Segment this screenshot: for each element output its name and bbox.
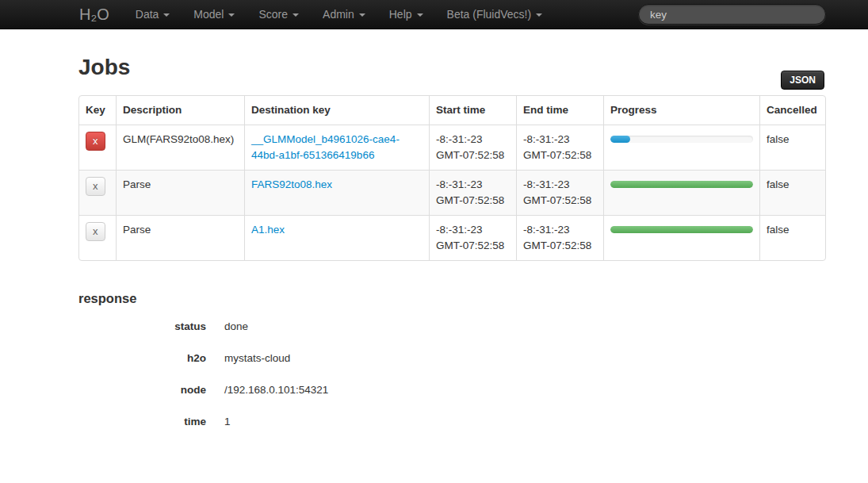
column-header-start-time: Start time	[429, 96, 516, 125]
column-header-description: Description	[116, 96, 244, 125]
response-field-label: h2o	[78, 351, 206, 366]
nav-item-model[interactable]: Model	[182, 0, 247, 29]
key-search-input[interactable]	[638, 4, 826, 25]
job-start-time: -8:-31:-23 GMT-07:52:58	[429, 215, 516, 260]
response-field-value: 1	[224, 414, 824, 430]
response-field-label: status	[78, 319, 206, 335]
job-start-time: -8:-31:-23 GMT-07:52:58	[429, 170, 516, 215]
json-button[interactable]: JSON	[781, 71, 824, 90]
job-cancelled-value: false	[759, 125, 825, 170]
chevron-down-icon	[228, 13, 235, 17]
jobs-table: Key Description Destination key Start ti…	[78, 95, 826, 261]
chevron-down-icon	[163, 13, 170, 17]
nav-item-label: Admin	[323, 7, 354, 22]
response-fields: status done h2o mystats-cloud node /192.…	[78, 319, 824, 430]
table-row: x Parse FARS92to08.hex -8:-31:-23 GMT-07…	[79, 170, 825, 215]
top-navbar: H₂O Data Model Score Admin Help Beta (Fl…	[0, 0, 868, 29]
response-field-value: /192.168.0.101:54321	[224, 382, 824, 398]
nav-item-label: Score	[258, 7, 288, 22]
destination-key-link[interactable]: __GLMModel_b4961026-cae4-44bd-a1bf-65136…	[251, 133, 400, 161]
nav-item-admin[interactable]: Admin	[311, 0, 377, 29]
cancel-job-button[interactable]: x	[86, 222, 105, 241]
nav-item-score[interactable]: Score	[247, 0, 311, 29]
progress-bar-fill	[610, 136, 630, 143]
destination-key-link[interactable]: A1.hex	[251, 224, 285, 236]
table-row: x GLM(FARS92to08.hex) __GLMModel_b496102…	[79, 125, 825, 170]
job-description: Parse	[116, 170, 244, 215]
job-cancelled-value: false	[759, 215, 825, 260]
nav-item-label: Data	[136, 7, 159, 22]
job-cancelled-value: false	[759, 170, 825, 215]
column-header-end-time: End time	[516, 96, 603, 125]
response-field-label: node	[78, 382, 206, 398]
cancel-job-button[interactable]: x	[86, 177, 105, 196]
response-field-value: done	[224, 319, 824, 335]
job-description: Parse	[116, 215, 244, 260]
main-content: JSON Jobs Key Description Destination ke…	[78, 53, 824, 430]
table-row: x Parse A1.hex -8:-31:-23 GMT-07:52:58 -…	[79, 215, 825, 260]
nav-item-label: Help	[389, 7, 412, 22]
job-end-time: -8:-31:-23 GMT-07:52:58	[516, 125, 603, 170]
progress-bar	[610, 226, 753, 233]
job-description: GLM(FARS92to08.hex)	[116, 125, 244, 170]
job-start-time: -8:-31:-23 GMT-07:52:58	[429, 125, 516, 170]
chevron-down-icon	[293, 13, 299, 17]
cancel-job-button[interactable]: x	[86, 132, 105, 151]
response-field-value: mystats-cloud	[224, 351, 824, 366]
column-header-destination-key: Destination key	[244, 96, 429, 125]
destination-key-link[interactable]: FARS92to08.hex	[251, 178, 332, 190]
nav-item-beta-fluidvecs[interactable]: Beta (FluidVecs!)	[435, 0, 555, 29]
job-end-time: -8:-31:-23 GMT-07:52:58	[516, 170, 603, 215]
progress-bar	[610, 136, 753, 143]
response-field-label: time	[78, 414, 206, 430]
column-header-cancelled: Cancelled	[759, 96, 825, 125]
progress-bar	[610, 181, 753, 188]
nav-item-data[interactable]: Data	[124, 0, 182, 29]
chevron-down-icon	[417, 13, 423, 17]
progress-bar-fill	[610, 181, 753, 188]
job-end-time: -8:-31:-23 GMT-07:52:58	[516, 215, 603, 260]
jobs-table-header-row: Key Description Destination key Start ti…	[79, 96, 825, 125]
progress-bar-fill	[610, 226, 753, 233]
nav-item-label: Beta (FluidVecs!)	[447, 7, 532, 22]
h2o-logo[interactable]: H₂O	[79, 0, 109, 29]
column-header-progress: Progress	[603, 96, 759, 125]
nav-item-help[interactable]: Help	[377, 0, 435, 29]
response-heading: response	[78, 290, 824, 306]
nav-item-label: Model	[193, 7, 224, 22]
navbar-menu: Data Model Score Admin Help Beta (FluidV…	[124, 0, 554, 29]
column-header-key: Key	[79, 96, 116, 125]
chevron-down-icon	[536, 13, 542, 17]
page-title: Jobs	[78, 53, 824, 81]
chevron-down-icon	[359, 13, 365, 17]
